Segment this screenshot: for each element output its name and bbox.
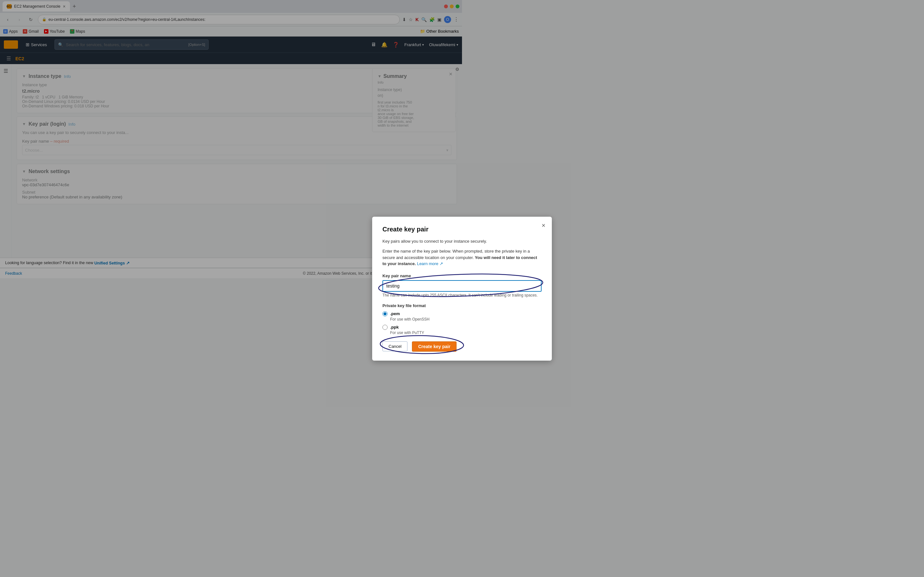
create-key-pair-modal: Create key pair × Key pairs allow you to…: [372, 217, 462, 289]
modal-description1: Key pairs allow you to connect to your i…: [383, 238, 462, 245]
learn-more-link[interactable]: Learn more ↗: [417, 261, 443, 266]
modal-description2: Enter the name of the key pair below. Wh…: [383, 248, 462, 267]
modal-title: Create key pair: [383, 226, 462, 233]
key-pair-name-field-label: Key pair name: [383, 274, 462, 278]
modal-overlay: Create key pair × Key pairs allow you to…: [0, 0, 462, 288]
key-pair-name-input[interactable]: [383, 280, 462, 289]
